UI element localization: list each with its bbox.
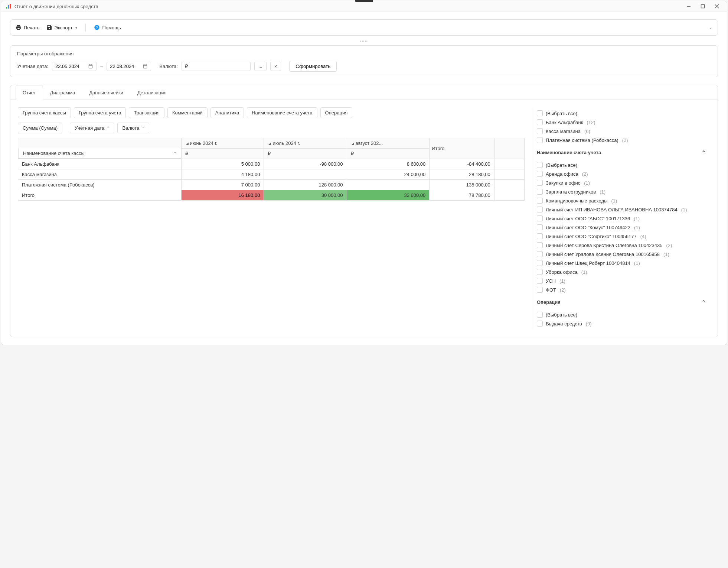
print-button[interactable]: Печать [16,25,40,30]
filter-label: Командировочные расходы [546,198,608,204]
field-tag[interactable]: Комментарий [167,107,208,118]
filter-item[interactable]: Командировочные расходы(1) [537,196,706,205]
filter-item[interactable]: Платежная система (Робокасса)(2) [537,136,706,145]
date-from-input[interactable] [52,62,97,71]
filter-checkbox[interactable] [537,128,543,134]
filter-section-account-name[interactable]: Наименование счета учета ⌃ [532,146,710,159]
filter-item[interactable]: Уборка офиса(1) [537,267,706,276]
filter-count: (1) [634,216,640,221]
currency-more-button[interactable]: ... [254,62,267,71]
filter-checkbox[interactable] [537,242,543,248]
filter-checkbox[interactable] [537,251,543,257]
field-tag[interactable]: Наименование счета учета [247,107,317,118]
filter-checkbox[interactable] [537,137,543,143]
filter-item[interactable]: Аренда офиса(2) [537,169,706,178]
tab-detail[interactable]: Детализация [130,85,173,100]
filter-item[interactable]: Личный счет Серова Кристина Олеговна 100… [537,241,706,250]
field-tag[interactable]: Группа счета учета [74,107,126,118]
filter-count: (1) [611,198,617,204]
date-to-field[interactable] [110,64,140,69]
tab-cell-data[interactable]: Данные ячейки [82,85,130,100]
filter-label: Платежная система (Робокасса) [546,137,618,143]
filter-checkbox[interactable] [537,207,543,212]
field-tag[interactable]: Операция [320,107,353,118]
toolbar-collapse-icon[interactable]: ⌄ [709,25,712,30]
filter-checkbox[interactable] [537,260,543,266]
generate-button[interactable]: Сформировать [289,61,337,72]
chevron-up-icon: ⌃ [702,150,706,155]
filter-checkbox[interactable] [537,110,543,116]
filter-item[interactable]: Личный счет Швец Роберт 100404814(1) [537,259,706,267]
filter-checkbox[interactable] [537,269,543,275]
currency-input[interactable] [182,62,251,71]
date-to-input[interactable] [107,62,151,71]
maximize-button[interactable] [700,4,705,9]
minimize-button[interactable] [686,4,691,9]
filter-checkbox[interactable] [537,321,543,327]
tabs: Отчет Диаграмма Данные ячейки Детализаци… [10,85,718,100]
filter-checkbox[interactable] [537,198,543,204]
currency-label: Валюта: [159,64,178,69]
filter-checkbox[interactable] [537,278,543,284]
filter-list-operation: (Выбрать все)Выдача средств(9) [532,309,710,330]
panel-splitter[interactable]: ••••• [10,39,718,43]
filter-item[interactable]: (Выбрать все) [537,310,706,319]
filter-item[interactable]: Личный счет ООО "Софтико" 100456177(4) [537,232,706,241]
tab-report[interactable]: Отчет [16,85,43,100]
calendar-icon[interactable] [88,64,93,69]
filter-item[interactable]: Личный счет ИП ИВАНОВА ОЛЬГА ИВАНОВНА 10… [537,205,706,214]
total-row[interactable]: Итого 16 180,00 30 000,00 32 600,00 78 7… [18,190,525,201]
filter-checkbox[interactable] [537,171,543,177]
filter-item[interactable]: Закупки в офис(1) [537,178,706,187]
filter-item[interactable]: Касса магазина(6) [537,127,706,136]
col-dim-date[interactable]: Учетная дата ⌃ [70,123,114,133]
table-row[interactable]: Банк Альфабанк 5 000,00 -98 000,00 8 600… [18,159,525,169]
close-button[interactable] [714,4,719,9]
filter-section-operation[interactable]: Операция ⌃ [532,296,710,309]
table-row[interactable]: Касса магазина 4 180,00 24 000,00 28 180… [18,169,525,180]
date-from-field[interactable] [55,64,85,69]
filter-count: (1) [681,207,687,212]
filter-checkbox[interactable] [537,119,543,125]
table-row[interactable]: Платежная система (Робокасса) 7 000,00 1… [18,180,525,190]
row-dim-header[interactable]: Наименование счета кассы ⌃ [18,148,181,159]
field-tag[interactable]: Транзакция [129,107,164,118]
filter-item[interactable]: Зарплата сотрудников(1) [537,187,706,196]
filter-item[interactable]: (Выбрать все) [537,160,706,169]
filter-item[interactable]: Выдача средств(9) [537,319,706,328]
filter-item[interactable]: (Выбрать все) [537,109,706,118]
filter-checkbox[interactable] [537,312,543,318]
total-col-header: Итого [430,138,494,159]
filter-item[interactable]: ФОТ(2) [537,285,706,294]
col-dim-currency[interactable]: Валюта ⌃ [117,123,149,133]
filter-checkbox[interactable] [537,189,543,195]
month-header[interactable]: ◢июнь 2024 г. [184,139,262,147]
filter-checkbox[interactable] [537,162,543,168]
filter-item[interactable]: Банк Альфабанк(12) [537,118,706,127]
field-tag[interactable]: Группа счета кассы [18,107,71,118]
month-header[interactable]: ◢июль 2024 г. [266,139,344,147]
export-button[interactable]: Экспорт ▾ [46,25,78,30]
currency-clear-button[interactable]: × [270,62,281,71]
calendar-icon[interactable] [143,64,148,69]
filter-checkbox[interactable] [537,224,543,230]
filter-item[interactable]: УСН(1) [537,276,706,285]
field-tag[interactable]: Аналитика [210,107,244,118]
month-header[interactable]: ◢август 202... [349,139,427,147]
measure-tag[interactable]: Сумма (Сумма) [18,123,62,133]
help-button[interactable]: ? Помощь [94,25,121,30]
date-label: Учетная дата: [17,64,48,69]
filter-checkbox[interactable] [537,180,543,186]
filter-checkbox[interactable] [537,233,543,239]
filter-item[interactable]: Личный счет ООО "Комус" 100749422(1) [537,223,706,232]
filter-item[interactable]: Личный счет ООО "АБСС" 100171336(1) [537,214,706,223]
currency-field[interactable] [185,64,247,69]
tab-chart[interactable]: Диаграмма [43,85,82,100]
report-panel: Отчет Диаграмма Данные ячейки Детализаци… [10,85,718,337]
filter-item[interactable]: Личный счет Уралова Ксения Олеговна 1001… [537,250,706,259]
filter-label: Закупки в офис [546,180,580,186]
toolbar-separator [85,23,86,32]
filter-checkbox[interactable] [537,287,543,293]
filter-label: Личный счет ИП ИВАНОВА ОЛЬГА ИВАНОВНА 10… [546,207,678,212]
filter-checkbox[interactable] [537,215,543,221]
